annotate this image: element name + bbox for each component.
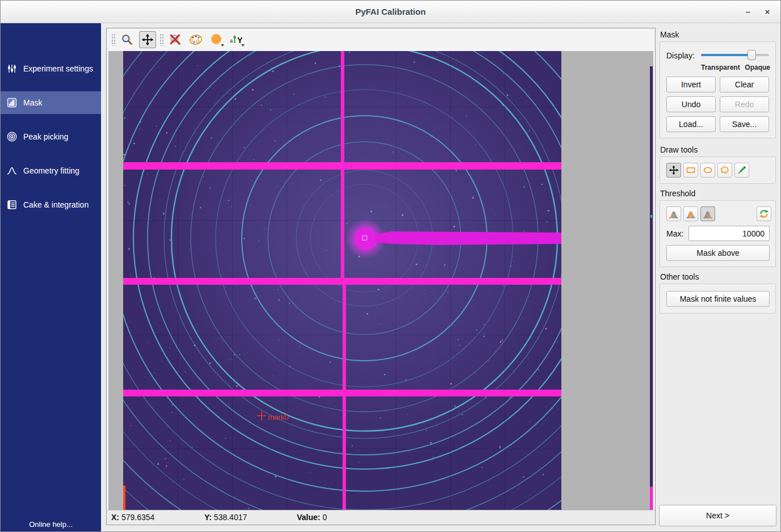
display-opacity-slider[interactable] bbox=[701, 50, 769, 60]
mask-not-finite-button[interactable]: Mask not finite values bbox=[666, 291, 770, 307]
cursor-y-readout: Y: 538.4017 bbox=[204, 513, 247, 522]
diffraction-image[interactable]: mark0 bbox=[123, 51, 561, 510]
sidebar-item-label: Mask bbox=[23, 98, 42, 107]
pan-icon bbox=[669, 165, 679, 175]
max-threshold-label: Max: bbox=[666, 229, 683, 238]
ellipse-tool-button[interactable] bbox=[700, 163, 715, 178]
sidebar-item-cake-integration[interactable]: Cake & integration bbox=[1, 193, 101, 216]
mask-between-threshold-button[interactable] bbox=[683, 206, 698, 221]
sidebar-item-peak-picking[interactable]: Peak picking bbox=[1, 125, 101, 148]
mask-group-box: Display: Transparent Opaque Invert Clear… bbox=[660, 41, 776, 138]
pan-mode-button[interactable] bbox=[139, 31, 156, 48]
cursor-x-readout: X: 579.6354 bbox=[111, 513, 154, 522]
draw-tools-group-box bbox=[660, 157, 776, 184]
zoom-mode-button[interactable] bbox=[119, 31, 136, 48]
title-bar: PyFAI Calibration – × bbox=[1, 1, 780, 23]
refresh-histogram-button[interactable] bbox=[757, 206, 771, 221]
histogram-between-icon bbox=[686, 209, 696, 219]
invert-button[interactable]: Invert bbox=[666, 77, 716, 92]
value-value: 0 bbox=[322, 513, 327, 522]
refresh-icon bbox=[759, 209, 769, 219]
plot-toolbar: a Y bbox=[107, 28, 655, 51]
plot-widget: a Y bbox=[106, 28, 656, 525]
plot-canvas[interactable]: mark0 bbox=[108, 51, 653, 510]
redo-button[interactable]: Redo bbox=[720, 96, 769, 112]
rectangle-tool-icon bbox=[686, 165, 696, 175]
colormap-button[interactable] bbox=[187, 31, 204, 48]
minimize-button[interactable]: – bbox=[741, 1, 755, 23]
other-tools-group-box: Mask not finite values bbox=[660, 284, 776, 314]
threshold-section-title: Threshold bbox=[660, 189, 695, 198]
sidebar-item-label: Cake & integration bbox=[23, 200, 89, 209]
toolbar-grip-handle[interactable] bbox=[159, 33, 163, 46]
magnifier-cross-icon bbox=[169, 33, 182, 47]
pan-tool-button[interactable] bbox=[666, 163, 681, 178]
window-title: PyFAI Calibration bbox=[1, 1, 780, 23]
histogram-below-icon bbox=[669, 209, 679, 219]
mask-icon bbox=[7, 98, 17, 108]
y-label: Y: bbox=[204, 513, 214, 522]
polygon-tool-button[interactable] bbox=[717, 163, 732, 178]
save-button[interactable]: Save... bbox=[720, 116, 769, 132]
other-tools-section-title: Other tools bbox=[660, 272, 699, 281]
sidebar-item-experiment-settings[interactable]: Experiment settings bbox=[1, 57, 101, 80]
y-axis-orientation-button[interactable]: a Y bbox=[228, 31, 245, 48]
clear-button[interactable]: Clear bbox=[720, 77, 769, 92]
histogram-above-icon bbox=[703, 209, 713, 219]
toolbar-grip-handle[interactable] bbox=[111, 33, 115, 46]
mask-above-button[interactable]: Mask above bbox=[666, 245, 770, 261]
geometry-fitting-icon bbox=[7, 166, 17, 176]
dropdown-arrow-icon bbox=[221, 44, 224, 47]
experiment-settings-icon bbox=[7, 64, 17, 74]
rectangle-tool-button[interactable] bbox=[683, 163, 698, 178]
draw-tools-section-title: Draw tools bbox=[660, 145, 698, 154]
max-threshold-input[interactable] bbox=[688, 226, 770, 241]
svg-text:a: a bbox=[230, 38, 233, 44]
sidebar: Experiment settings Mask Peak picking Ge… bbox=[1, 23, 101, 532]
display-label: Display: bbox=[666, 51, 695, 60]
sidebar-item-label: Geometry fitting bbox=[23, 166, 79, 175]
opaque-label: Opaque bbox=[745, 64, 770, 71]
undo-button[interactable]: Undo bbox=[666, 96, 716, 112]
edge-strip-speck bbox=[650, 215, 652, 218]
marker-label: mark0 bbox=[268, 413, 288, 421]
value-label: Value: bbox=[297, 513, 322, 522]
sidebar-item-mask[interactable]: Mask bbox=[1, 91, 101, 114]
magnifier-icon bbox=[121, 33, 133, 46]
palette-icon bbox=[188, 33, 203, 46]
pencil-tool-icon bbox=[737, 165, 747, 175]
load-button[interactable]: Load... bbox=[666, 116, 716, 132]
online-help-link[interactable]: Online help... bbox=[1, 520, 101, 529]
cake-integration-icon bbox=[7, 200, 17, 210]
display-opacity-slider-handle[interactable] bbox=[748, 50, 756, 60]
svg-text:Y: Y bbox=[237, 36, 243, 45]
x-label: X: bbox=[111, 513, 121, 522]
mask-above-threshold-button[interactable] bbox=[700, 206, 715, 221]
image-edge-artifact bbox=[123, 485, 125, 510]
y-value: 538.4017 bbox=[214, 513, 247, 522]
x-value: 579.6354 bbox=[121, 513, 154, 522]
transparent-label: Transparent bbox=[701, 64, 740, 71]
pyfai-calibration-window: PyFAI Calibration – × Experiment setting… bbox=[0, 0, 781, 532]
mask-section-title: Mask bbox=[660, 30, 679, 39]
polygon-tool-icon bbox=[720, 165, 730, 175]
threshold-group-box: Max: Mask above bbox=[660, 200, 776, 267]
cursor-value-readout: Value: 0 bbox=[297, 513, 327, 522]
slider-fill bbox=[701, 54, 750, 56]
image-edge-strip bbox=[650, 66, 653, 510]
pencil-tool-button[interactable] bbox=[734, 163, 749, 178]
pan-icon bbox=[141, 33, 154, 46]
mask-tools-panel: Mask Display: Transparent Opaque Invert … bbox=[659, 23, 781, 532]
ellipse-tool-icon bbox=[703, 165, 713, 175]
sidebar-item-label: Experiment settings bbox=[23, 64, 93, 73]
sidebar-item-geometry-fitting[interactable]: Geometry fitting bbox=[1, 159, 101, 182]
peak-picking-icon bbox=[7, 132, 17, 142]
reset-zoom-button[interactable] bbox=[167, 31, 184, 48]
mark0-marker: mark0 bbox=[257, 411, 288, 421]
next-button[interactable]: Next > bbox=[659, 505, 776, 526]
edge-strip-mask bbox=[650, 487, 653, 510]
mask-below-threshold-button[interactable] bbox=[666, 206, 681, 221]
close-button[interactable]: × bbox=[760, 1, 775, 23]
keep-aspect-ratio-button[interactable] bbox=[208, 31, 225, 48]
dropdown-arrow-icon bbox=[241, 44, 245, 47]
